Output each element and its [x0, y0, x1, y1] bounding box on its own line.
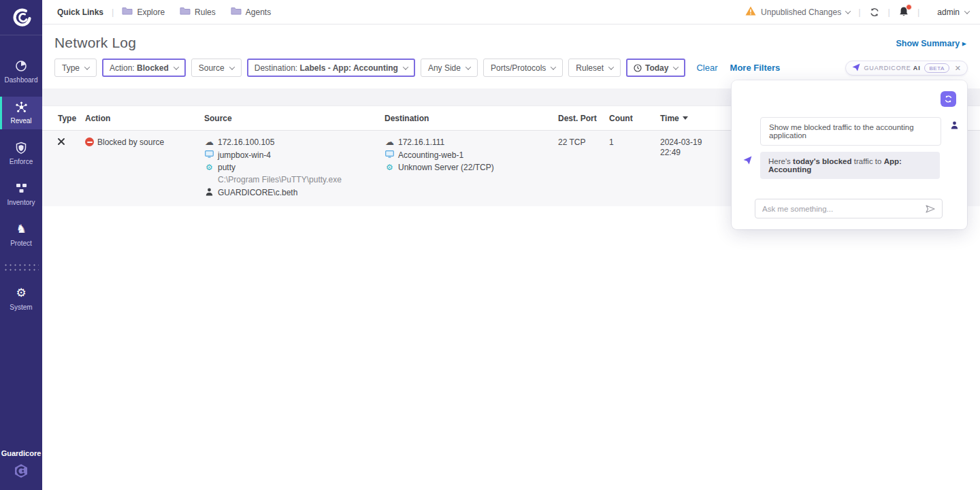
restart-conversation-button[interactable] [941, 91, 956, 107]
sidebar-item-label: Enforce [10, 158, 33, 165]
cell-source: ☁172.16.100.105 jumpbox-win-4 ⚙putty C:\… [204, 137, 385, 197]
reveal-network-icon [0, 101, 42, 114]
monitor-icon [385, 150, 395, 159]
column-header-count[interactable]: Count [609, 114, 660, 123]
chevron-down-icon [964, 8, 970, 14]
filter-time-today[interactable]: Today [626, 59, 685, 77]
action-label: Blocked by source [97, 138, 164, 146]
guardicore-ai-toggle[interactable]: GUARDICORE AI BETA ✕ [845, 61, 968, 76]
process-path-label: C:\Program Files\PuTTY\putty.exe [218, 176, 342, 184]
show-summary-label: Show Summary [896, 39, 960, 48]
sidebar-divider [3, 263, 39, 272]
divider: | [888, 7, 890, 17]
sidebar-item-label: Inventory [7, 199, 35, 206]
user-menu[interactable]: admin [937, 7, 969, 17]
more-filters-button[interactable]: More Filters [730, 63, 781, 73]
filter-ruleset[interactable]: Ruleset [568, 59, 621, 77]
sidebar-item-enforce[interactable]: Enforce [0, 137, 42, 170]
cell-action: Blocked by source [85, 137, 204, 197]
cell-type [58, 137, 85, 197]
column-header-dest-port[interactable]: Dest. Port [558, 114, 609, 123]
divider: | [858, 7, 860, 17]
column-header-action[interactable]: Action [85, 114, 204, 123]
send-icon[interactable] [926, 205, 935, 213]
guardicore-logo-icon[interactable] [0, 0, 42, 35]
filter-ports-protocols[interactable]: Ports/Protocols [483, 59, 563, 77]
nav-link-explore[interactable]: Explore [122, 7, 165, 17]
refresh-icon[interactable] [869, 7, 880, 18]
chevron-down-icon [551, 64, 556, 69]
process-gear-icon: ⚙ [385, 163, 395, 172]
inventory-icon [0, 182, 42, 196]
column-header-destination[interactable]: Destination [385, 114, 558, 123]
divider: | [917, 7, 919, 17]
sidebar-item-label: Dashboard [5, 76, 38, 84]
nav-link-label: Rules [195, 7, 216, 17]
folder-icon [180, 7, 191, 17]
notifications-bell-icon[interactable] [898, 6, 909, 18]
cell-count: 1 [609, 137, 660, 197]
cloud-icon: ☁ [204, 137, 214, 146]
chevron-down-icon [466, 64, 471, 69]
divider: | [112, 7, 114, 17]
sidebar-item-inventory[interactable]: Inventory [0, 178, 42, 211]
top-navbar: Quick Links | Explore Rules Agents Unpub… [42, 0, 980, 24]
username-label: admin [937, 7, 960, 17]
ai-question-input[interactable] [762, 205, 926, 213]
guardicore-brand-label: Guardicore [0, 449, 42, 457]
notification-badge [906, 4, 912, 10]
filter-source[interactable]: Source [191, 59, 242, 77]
clear-filters-button[interactable]: Clear [696, 63, 717, 73]
cell-destination: ☁172.16.1.111 Accounting-web-1 ⚙Unknown … [385, 137, 558, 197]
chevron-down-icon [845, 8, 851, 14]
x-mark-icon [58, 137, 65, 147]
nav-link-rules[interactable]: Rules [180, 7, 216, 17]
knight-icon: ♞ [0, 223, 42, 237]
folder-icon [231, 7, 242, 17]
show-summary-link[interactable]: Show Summary ▸ [896, 39, 966, 48]
filter-action[interactable]: Action: Blocked [102, 59, 186, 77]
cell-dest-port: 22 TCP [558, 137, 609, 197]
quick-links-button[interactable]: Quick Links [57, 7, 103, 17]
ai-reply-message: Here's today's blocked traffic to App: A… [760, 152, 940, 179]
chevron-down-icon [403, 64, 408, 69]
unpublished-changes-label: Unpublished Changes [761, 7, 841, 17]
shield-icon [0, 142, 42, 155]
ai-assistant-panel: Show me blocked traffic to the accountin… [732, 80, 967, 229]
process-gear-icon: ⚙ [204, 163, 214, 172]
close-icon[interactable]: ✕ [955, 65, 961, 72]
sidebar-item-label: System [10, 304, 32, 311]
sidebar-item-reveal[interactable]: Reveal [0, 97, 42, 129]
sidebar-item-system[interactable]: ⚙ System [0, 283, 42, 316]
sidebar-item-label: Reveal [10, 117, 31, 125]
warning-icon [745, 6, 756, 18]
chevron-down-icon [84, 64, 90, 69]
sidebar-item-protect[interactable]: ♞ Protect [0, 219, 42, 252]
chevron-down-icon [173, 64, 178, 69]
column-header-type[interactable]: Type [58, 114, 85, 123]
nav-link-label: Explore [137, 7, 165, 17]
ai-brand-label: GUARDICORE AI [864, 65, 921, 71]
filter-destination[interactable]: Destination: Labels - App: Accounting [247, 59, 415, 77]
column-header-source[interactable]: Source [204, 114, 385, 123]
monitor-icon [204, 150, 214, 159]
filter-any-side[interactable]: Any Side [421, 59, 478, 77]
sidebar-item-dashboard[interactable]: Dashboard [0, 56, 42, 88]
sidebar-footer: Guardicore [0, 449, 42, 490]
ai-user-message: Show me blocked traffic to the accountin… [760, 117, 941, 146]
sort-desc-icon [683, 116, 688, 120]
ai-input-container [755, 199, 943, 218]
dashboard-icon [0, 60, 42, 74]
user-avatar-icon [951, 120, 958, 132]
filter-bar: Type Action: Blocked Source Destination:… [54, 59, 780, 77]
guardicore-cube-icon [13, 470, 29, 481]
nav-link-label: Agents [246, 7, 271, 17]
nav-link-agents[interactable]: Agents [231, 7, 271, 17]
gear-icon: ⚙ [0, 287, 42, 301]
user-icon [204, 188, 214, 197]
unpublished-changes-button[interactable]: Unpublished Changes [745, 6, 850, 18]
cloud-icon: ☁ [385, 137, 395, 146]
chevron-down-icon [608, 64, 614, 69]
filter-type[interactable]: Type [54, 59, 97, 77]
paper-plane-icon [852, 62, 860, 74]
